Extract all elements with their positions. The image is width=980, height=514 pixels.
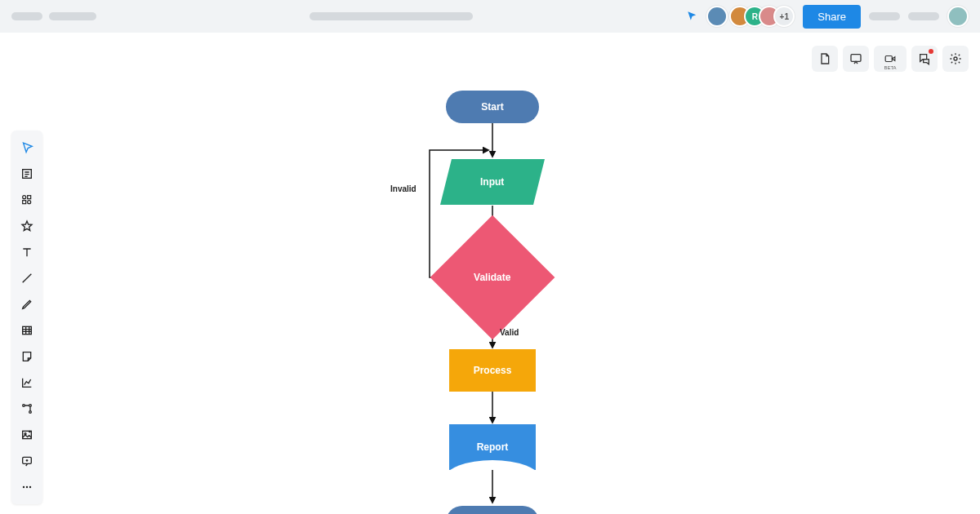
image-tool-icon[interactable] [14,423,40,447]
chat-icon[interactable] [911,46,938,72]
connector-tool-icon[interactable] [14,397,40,421]
avatar-me[interactable] [947,6,969,27]
title-placeholder [310,12,473,20]
star-tool-icon[interactable] [14,214,40,238]
page-icon[interactable] [812,46,838,72]
breadcrumb-placeholder [49,12,96,20]
settings-icon[interactable] [942,46,969,72]
svg-point-15 [23,486,24,488]
text-tool-icon[interactable] [14,240,40,264]
svg-point-16 [26,486,28,488]
svg-rect-5 [28,196,31,199]
flowchart-report-node[interactable]: Report [449,424,536,470]
svg-point-17 [29,486,31,488]
top-bar: R +1 Share [0,0,980,33]
canvas-action-bar: BETA [812,46,969,72]
topbar-left [11,12,96,20]
avatar-group: R +1 [736,6,795,27]
canvas[interactable]: Start Input Validate Process Report Inva… [0,33,980,514]
sticky-note-tool-icon[interactable] [14,344,40,369]
svg-point-11 [29,411,32,414]
beta-label: BETA [884,65,896,70]
svg-rect-6 [23,201,26,204]
flowchart-process-node[interactable]: Process [449,349,536,392]
svg-rect-1 [885,56,892,62]
comment-tool-icon[interactable] [14,449,40,473]
breadcrumb-placeholder [11,12,42,20]
svg-rect-0 [851,55,861,62]
presence-cursor-icon [685,10,698,23]
svg-point-4 [23,196,26,199]
svg-point-7 [28,201,31,204]
edge-label-invalid: Invalid [390,184,416,193]
frame-tool-icon[interactable] [14,162,40,186]
menu-placeholder[interactable] [869,12,900,20]
avatar-user-1[interactable] [706,6,728,27]
notification-dot [929,49,933,54]
menu-placeholder[interactable] [908,12,939,20]
svg-point-10 [29,405,32,407]
flowchart-end-node[interactable] [446,506,539,514]
flowchart-start-node[interactable]: Start [446,91,539,123]
svg-point-9 [23,405,25,407]
share-button[interactable]: Share [803,5,861,29]
avatar-overflow[interactable]: +1 [773,6,795,27]
video-icon[interactable]: BETA [874,46,906,72]
shapes-tool-icon[interactable] [14,188,40,212]
comment-icon[interactable] [843,46,869,72]
pen-tool-icon[interactable] [14,292,40,317]
chart-tool-icon[interactable] [14,370,40,395]
svg-rect-8 [23,326,32,334]
svg-point-2 [954,57,957,60]
left-toolbar [11,131,42,504]
flowchart-input-node[interactable]: Input [440,159,545,205]
more-tools-icon[interactable] [14,475,40,499]
edge-label-valid: Valid [500,328,519,337]
select-tool-icon[interactable] [14,135,40,160]
line-tool-icon[interactable] [14,266,40,290]
table-tool-icon[interactable] [14,318,40,343]
flowchart-validate-node[interactable]: Validate [430,215,555,340]
